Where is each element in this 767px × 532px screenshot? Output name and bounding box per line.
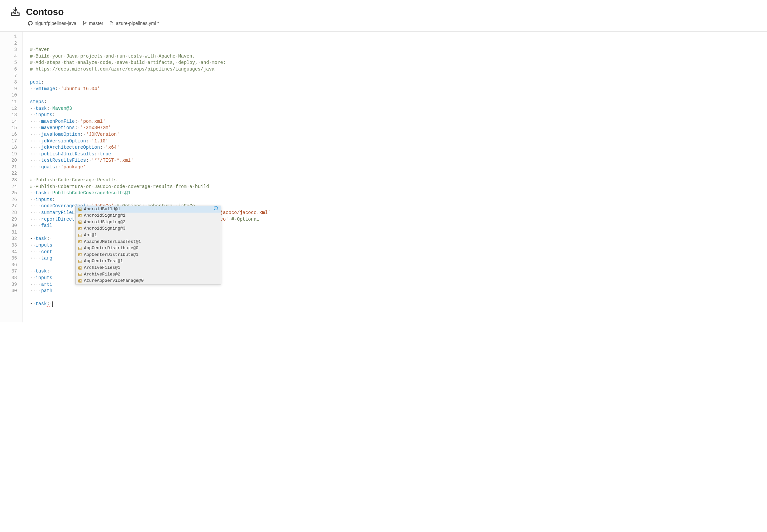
code-line[interactable]: ····goals:·'package' [30, 164, 767, 171]
line-number: 13 [0, 112, 17, 118]
code-area[interactable]: #·Maven#·Build·your·Java·projects·and·ru… [23, 32, 767, 322]
code-line[interactable]: #·Maven [30, 47, 767, 53]
line-number: 11 [0, 99, 17, 105]
line-number: 14 [0, 118, 17, 125]
svg-rect-0 [14, 12, 16, 14]
autocomplete-item[interactable]: AppCenterDistribute@0 [76, 245, 221, 252]
autocomplete-item[interactable]: Ant@1 [76, 232, 221, 239]
breadcrumb-branch-label: master [89, 21, 103, 26]
autocomplete-item[interactable]: ApacheJMeterLoadTest@1 [76, 239, 221, 245]
autocomplete-item[interactable]: ArchiveFiles@1 [76, 265, 221, 271]
autocomplete-item[interactable]: AndroidSigning@1 [76, 213, 221, 219]
code-line[interactable]: steps: [30, 99, 767, 105]
line-number: 35 [0, 255, 17, 262]
svg-rect-18 [79, 229, 81, 229]
line-number: 23 [0, 177, 17, 184]
code-line[interactable]: ····javaHomeOption:·'JDKVersion' [30, 131, 767, 138]
line-number: 1 [0, 34, 17, 40]
svg-rect-21 [79, 236, 81, 236]
breadcrumb-repo-label: nigurr/pipelines-java [35, 21, 76, 26]
autocomplete-label: AppCenterDistribute@0 [84, 245, 138, 251]
code-line[interactable]: ····jdkArchitectureOption:·'x64' [30, 144, 767, 151]
code-line[interactable] [30, 170, 767, 177]
breadcrumb-repo[interactable]: nigurr/pipelines-java [28, 21, 76, 26]
snippet-icon [78, 207, 82, 212]
snippet-icon [78, 227, 82, 231]
svg-rect-42 [79, 281, 81, 281]
svg-rect-16 [78, 228, 82, 230]
line-number: 8 [0, 79, 17, 86]
code-line[interactable]: ··vmImage:·'Ubuntu 16.04' [30, 86, 767, 92]
code-line[interactable]: pool: [30, 79, 767, 86]
autocomplete-item[interactable]: AndroidSigning@2 [76, 219, 221, 226]
code-line[interactable]: -·task:·Maven@3 [30, 105, 767, 112]
line-number: 37 [0, 268, 17, 275]
autocomplete-label: AndroidSigning@2 [84, 219, 125, 225]
code-line[interactable]: ····mavenPomFile:·'pom.xml' [30, 118, 767, 125]
code-line[interactable]: ····path [30, 288, 767, 294]
breadcrumb-file[interactable]: azure-pipelines.yml * [109, 21, 159, 26]
code-editor[interactable]: 1234567891011121314151617181920212223242… [0, 31, 767, 322]
svg-rect-36 [79, 268, 81, 268]
snippet-icon [78, 278, 82, 283]
file-icon [109, 21, 114, 26]
code-line[interactable]: -·task:·PublishCodeCoverageResults@1 [30, 190, 767, 197]
github-icon [28, 21, 33, 26]
code-line[interactable]: #·Add·steps·that·analyze·code,·save·buil… [30, 60, 767, 66]
code-line[interactable]: ··inputs: [30, 197, 767, 203]
autocomplete-label: AzureAppServiceManage@0 [84, 278, 143, 284]
svg-rect-12 [79, 216, 81, 216]
code-line[interactable]: #·Publish·Cobertura·or·JaCoCo·code·cover… [30, 184, 767, 190]
code-line[interactable]: # https://docs.microsoft.com/azure/devop… [30, 66, 767, 73]
autocomplete-label: AppCenterTest@1 [84, 258, 123, 264]
code-line[interactable]: -·task:· [30, 301, 767, 307]
header: Contoso [0, 0, 767, 18]
line-number: 40 [0, 288, 17, 294]
line-number: 29 [0, 216, 17, 223]
code-line[interactable]: #·Build·your·Java·projects·and·run·tests… [30, 53, 767, 60]
breadcrumb-branch[interactable]: master [82, 21, 103, 26]
line-number: 20 [0, 157, 17, 164]
autocomplete-item[interactable]: AppCenterTest@1 [76, 258, 221, 265]
svg-rect-20 [79, 235, 80, 235]
line-number: 32 [0, 236, 17, 242]
code-line[interactable]: ····mavenOptions:·'-Xmx3072m' [30, 125, 767, 131]
svg-rect-25 [78, 247, 82, 250]
svg-rect-13 [78, 221, 82, 224]
line-number: 16 [0, 131, 17, 138]
svg-rect-27 [79, 249, 81, 249]
code-line[interactable]: #·Publish·Code·Coverage·Results [30, 177, 767, 184]
line-number: 24 [0, 184, 17, 190]
svg-rect-6 [79, 210, 81, 210]
snippet-icon [78, 213, 82, 218]
line-number: 18 [0, 144, 17, 151]
line-number: 26 [0, 197, 17, 203]
code-line[interactable]: ··inputs: [30, 112, 767, 118]
autocomplete-popup[interactable]: AndroidBuild@1AndroidSigning@1AndroidSig… [75, 206, 221, 284]
line-number: 2 [0, 40, 17, 47]
line-number: 15 [0, 125, 17, 131]
svg-rect-17 [79, 228, 80, 229]
svg-rect-26 [79, 248, 80, 248]
code-line[interactable]: ····testResultsFiles:·'**/TEST-*.xml' [30, 157, 767, 164]
svg-rect-35 [79, 267, 80, 268]
autocomplete-item[interactable]: AndroidBuild@1 [76, 206, 221, 213]
autocomplete-item[interactable]: AppCenterDistribute@1 [76, 252, 221, 258]
autocomplete-label: Ant@1 [84, 232, 97, 238]
snippet-icon [78, 259, 82, 264]
autocomplete-item[interactable]: AzureAppServiceManage@0 [76, 278, 221, 284]
code-line[interactable] [30, 92, 767, 99]
snippet-icon [78, 272, 82, 277]
code-line[interactable] [30, 294, 767, 301]
code-line[interactable]: ····publishJUnitResults:·true [30, 151, 767, 158]
autocomplete-item[interactable]: ArchiveFiles@2 [76, 271, 221, 278]
svg-rect-14 [79, 222, 80, 222]
info-icon[interactable] [214, 206, 218, 212]
code-line[interactable]: ····jdkVersionOption:·'1.10' [30, 138, 767, 145]
svg-rect-15 [79, 223, 81, 223]
svg-rect-11 [79, 215, 80, 216]
svg-rect-34 [78, 266, 82, 269]
svg-rect-37 [78, 273, 82, 276]
code-line[interactable] [30, 73, 767, 80]
autocomplete-item[interactable]: AndroidSigning@3 [76, 226, 221, 232]
